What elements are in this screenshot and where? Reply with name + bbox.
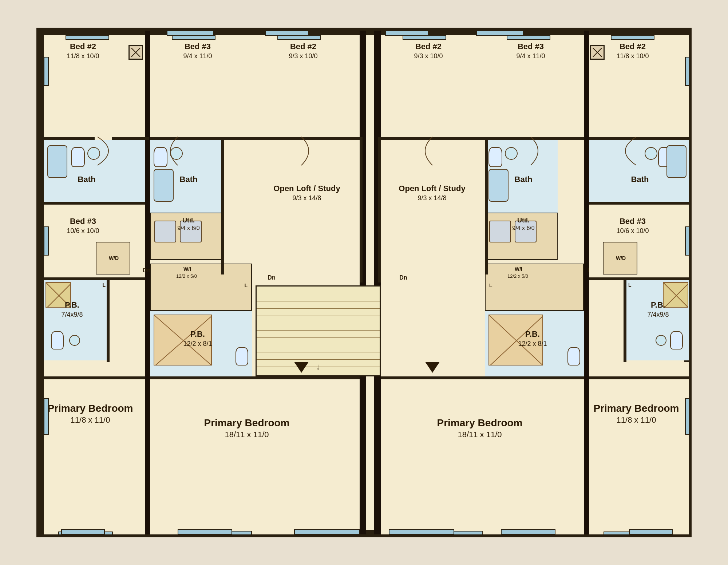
unit2-primary-label: Primary Bedroom 18/11 x 11/0 bbox=[167, 416, 327, 440]
unit3-dn-label: Dn bbox=[264, 274, 279, 281]
unit5-l-label: L bbox=[489, 282, 492, 288]
unit6-pb-toilet bbox=[670, 331, 683, 349]
stair-2 bbox=[257, 301, 380, 301]
unit5-sink bbox=[505, 147, 518, 160]
unit2-wi-room: W/I 12/2 x 5/0 L bbox=[150, 264, 252, 311]
unit2-bed3-label: Bed #3 9/4 x 11/0 bbox=[152, 42, 243, 60]
unit6-wd-room: W/D bbox=[603, 242, 637, 274]
divider-center-right bbox=[374, 31, 381, 537]
wall-h-u1-primary-top bbox=[44, 376, 145, 379]
unit1-pb-room: L bbox=[44, 280, 107, 360]
unit1-wd-label: W/D bbox=[98, 255, 129, 261]
wall-h-u6-primary-top bbox=[589, 376, 690, 379]
unit5-bed3-label: Bed #3 9/4 x 11/0 bbox=[487, 42, 574, 60]
unit6-pb-room: L bbox=[626, 280, 690, 360]
unit1-toilet bbox=[71, 147, 85, 167]
unit6-pb-sink bbox=[656, 335, 666, 346]
window-u6-bed3 bbox=[685, 226, 690, 256]
wall-left bbox=[39, 31, 44, 537]
unit2-wi-label: W/I bbox=[183, 266, 191, 272]
unit2-toilet bbox=[154, 147, 167, 167]
window-bot-u5 bbox=[501, 529, 555, 534]
unit6-bath-label: Bath bbox=[614, 174, 665, 185]
stair-8 bbox=[257, 345, 380, 345]
unit6-primary-room bbox=[589, 362, 690, 537]
unit5-wi-room: W/I 12/2 x 5/0 L bbox=[485, 264, 584, 311]
unit6-wd-label: W/D bbox=[605, 255, 636, 261]
wall-h-u5-primary-top bbox=[381, 376, 584, 379]
window-top-center2 bbox=[265, 31, 309, 36]
wall-v-loft-right-top bbox=[360, 137, 363, 282]
stair-5 bbox=[257, 323, 380, 323]
wall-u4-h1 bbox=[381, 137, 485, 140]
unit3-bed2-label: Bed #2 9/3 x 10/0 bbox=[258, 42, 349, 60]
window-bot-u1 bbox=[61, 529, 105, 534]
window-bot-u2 bbox=[178, 529, 232, 534]
window-u4-bed2 bbox=[403, 35, 446, 40]
unit1-sink bbox=[87, 147, 100, 160]
stair-4 bbox=[257, 316, 380, 316]
unit2-pb-label: P.B. 12/2 x 8/1 bbox=[152, 329, 243, 348]
unit1-primary-label: Primary Bedroom 11/8 x 11/0 bbox=[47, 402, 134, 426]
unit5-pb-label: P.B. 12/2 x 8/1 bbox=[487, 329, 578, 348]
unit5-pb-toilet bbox=[567, 347, 580, 366]
window-u3-bed2 bbox=[277, 35, 321, 40]
stair-3 bbox=[257, 308, 380, 309]
window-top-center4 bbox=[476, 31, 523, 36]
unit1-bath-room bbox=[44, 140, 145, 202]
wall-v-loft-left-top bbox=[378, 137, 381, 282]
unit5-util-label: Util. 9/4 x 6/0 bbox=[487, 216, 560, 232]
wall-v-u2-bath-right bbox=[221, 140, 224, 274]
wall-u6-h3 bbox=[589, 277, 690, 280]
unit4-dn-label: Dn bbox=[396, 274, 411, 281]
divider-4 bbox=[584, 31, 589, 537]
unit6-l-label: L bbox=[628, 282, 632, 288]
unit5-primary-room bbox=[381, 376, 584, 536]
unit6-pb-label: P.B. 7/4x9/8 bbox=[629, 300, 687, 319]
divider-center-left bbox=[360, 31, 366, 537]
wall-u5-h1 bbox=[485, 137, 584, 140]
stair-10 bbox=[257, 359, 380, 360]
unit6-bath-room bbox=[589, 140, 690, 202]
window-bot-u3 bbox=[294, 529, 360, 534]
unit3-loft-label: Open Loft / Study 9/3 x 14/8 bbox=[258, 183, 356, 202]
unit4-bed2-label: Bed #2 9/3 x 10/0 bbox=[383, 42, 474, 60]
unit2-sink bbox=[170, 147, 183, 160]
unit6-tub bbox=[666, 145, 687, 178]
window-u6-bed2-right bbox=[685, 57, 690, 86]
wall-u1-h1b bbox=[112, 137, 149, 140]
unit4-loft-room bbox=[381, 140, 485, 376]
window-u5-bed3 bbox=[507, 35, 550, 40]
unit1-bed2-label: Bed #2 11/8 x 10/0 bbox=[47, 42, 119, 60]
wall-h-u2-primary-top bbox=[150, 376, 360, 379]
unit1-bath-label: Bath bbox=[61, 174, 112, 185]
window-bot-u4 bbox=[389, 529, 454, 534]
unit1-pb-sink bbox=[69, 335, 80, 346]
window-u2-bed3 bbox=[172, 35, 215, 40]
unit5-wi-label: W/I bbox=[515, 266, 522, 272]
unit1-tub bbox=[47, 145, 67, 178]
unit2-tub bbox=[154, 169, 174, 202]
window-u1-bed2-left bbox=[44, 57, 49, 86]
unit1-pb-toilet bbox=[51, 331, 64, 349]
staircase-center: ↓ bbox=[256, 285, 381, 376]
wall-u3-h1 bbox=[256, 137, 360, 140]
unit4-loft-label: Open Loft / Study 9/3 x 14/8 bbox=[383, 183, 481, 202]
stair-7 bbox=[257, 337, 380, 338]
unit6-primary-label: Primary Bedroom 11/8 x 11/0 bbox=[593, 402, 680, 426]
window-u1-bed2-top bbox=[66, 35, 109, 40]
icon-u1-checkbox bbox=[128, 45, 143, 60]
unit5-wi-dims: 12/2 x 5/0 bbox=[507, 273, 528, 279]
stair-1 bbox=[257, 294, 380, 294]
wall-u6-h1 bbox=[589, 137, 690, 140]
window-u6-bed2-top bbox=[611, 35, 654, 40]
stair-arrow: ↓ bbox=[316, 361, 320, 372]
unit5-tub bbox=[488, 169, 509, 202]
wall-u1-h3 bbox=[44, 277, 145, 280]
wall-v-u5-bath-left bbox=[485, 140, 488, 274]
floor-plan: Bed #2 11/8 x 10/0 Bath Bed #3 10/6 x 10… bbox=[36, 28, 692, 537]
wall-u6-h2 bbox=[589, 202, 690, 205]
unit2-primary-room bbox=[150, 376, 360, 536]
unit2-util-label: Util. 9/4 x 6/0 bbox=[152, 216, 225, 232]
unit6-sink bbox=[645, 147, 657, 160]
